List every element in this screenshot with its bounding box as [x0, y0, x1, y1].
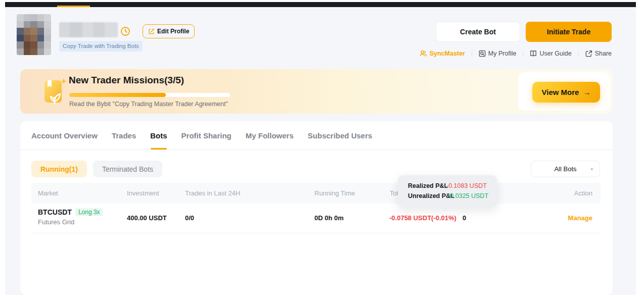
divider	[472, 51, 472, 57]
col-running-time: Running Time	[314, 189, 355, 197]
section-tabs: Account Overview Trades Bots Profit Shar…	[20, 121, 613, 150]
col-action: Action	[574, 189, 592, 197]
total-pnl-value: -0.0758 USDT(-0.01%)	[389, 214, 456, 222]
followers-value: 0	[463, 214, 466, 222]
manage-link[interactable]: Manage	[568, 214, 592, 222]
col-investment: Investment	[127, 189, 159, 197]
my-profile-link[interactable]: My Profile	[479, 50, 517, 57]
missions-description: Read the Bybit "Copy Trading Master Trad…	[69, 101, 228, 108]
share-icon	[585, 50, 592, 57]
table-row: BTCUSDT Long 3x Futures Grid 400.00 USDT…	[31, 204, 601, 233]
missions-progress-track	[69, 93, 230, 97]
tab-trades[interactable]: Trades	[112, 121, 136, 150]
syncmaster-link[interactable]: SyncMaster	[420, 50, 465, 57]
username-blurred	[59, 22, 118, 37]
all-bots-dropdown[interactable]: All Bots ▾	[531, 161, 600, 177]
book-icon	[530, 50, 537, 57]
unrealized-pnl-value: +0.0325 USDT	[446, 192, 488, 200]
tab-profit-sharing[interactable]: Profit Sharing	[181, 121, 232, 150]
col-market: Market	[38, 189, 58, 197]
filter-terminated-bots[interactable]: Terminated Bots	[93, 161, 162, 177]
arrow-right-icon: →	[583, 88, 590, 96]
edit-profile-label: Edit Profile	[157, 28, 189, 35]
unrealized-pnl-label: Unrealized P&L	[408, 192, 446, 200]
filter-running[interactable]: Running(1)	[31, 161, 87, 177]
table-header: Market Investment Trades in Last 24H Run…	[31, 183, 601, 204]
tab-bots[interactable]: Bots	[150, 121, 167, 150]
view-more-button[interactable]: View More →	[532, 82, 600, 103]
tab-my-followers[interactable]: My Followers	[246, 121, 294, 150]
divider	[578, 51, 579, 57]
copy-trading-page: Edit Profile Copy Trade with Trading Bot…	[5, 2, 636, 295]
missions-banner: New Trader Missions(3/5) Read the Bybit …	[20, 69, 613, 114]
missions-progress-fill	[69, 93, 166, 97]
user-guide-link[interactable]: User Guide	[530, 50, 571, 57]
pnl-tooltip: Realized P&L -0.1083 USDT Unrealized P&L…	[398, 175, 497, 207]
market-cell: BTCUSDT Long 3x Futures Grid	[38, 208, 103, 226]
profile-links: SyncMaster My Profile User Guide Share	[420, 50, 612, 57]
investment-value: 400.00 USDT	[127, 214, 167, 222]
divider	[523, 51, 523, 57]
realized-pnl-label: Realized P&L	[408, 182, 446, 189]
people-icon	[420, 50, 427, 57]
share-link[interactable]: Share	[585, 50, 612, 57]
profile-search-icon	[479, 50, 486, 57]
bots-card: Account Overview Trades Bots Profit Shar…	[20, 121, 613, 295]
tab-subscribed-users[interactable]: Subscribed Users	[308, 121, 373, 150]
edit-pencil-icon	[148, 28, 155, 35]
create-bot-button[interactable]: Create Bot	[436, 22, 520, 42]
running-time-value: 0D 0h 0m	[314, 214, 344, 222]
bot-status-filter: Running(1) Terminated Bots	[31, 161, 162, 177]
initiate-trade-button[interactable]: Initiate Trade	[526, 22, 612, 42]
col-trades-24h: Trades in Last 24H	[185, 189, 240, 197]
active-tab-indicator	[57, 6, 90, 7]
bot-type: Futures Grid	[38, 218, 103, 226]
avatar	[17, 14, 51, 55]
market-pair: BTCUSDT	[38, 208, 72, 216]
side-leverage-badge: Long 3x	[75, 208, 103, 216]
tab-account-overview[interactable]: Account Overview	[31, 121, 98, 150]
missions-title: New Trader Missions(3/5)	[69, 75, 184, 86]
chevron-down-icon: ▾	[590, 167, 593, 172]
edit-profile-button[interactable]: Edit Profile	[143, 24, 195, 38]
copy-trade-badge: Copy Trade with Trading Bots	[59, 41, 143, 52]
pending-clock-icon	[120, 26, 130, 36]
browser-chrome-bar	[5, 2, 636, 7]
realized-pnl-value: -0.1083 USDT	[446, 182, 487, 189]
missions-book-icon	[38, 75, 71, 108]
trades-24h-value: 0/0	[185, 214, 194, 222]
